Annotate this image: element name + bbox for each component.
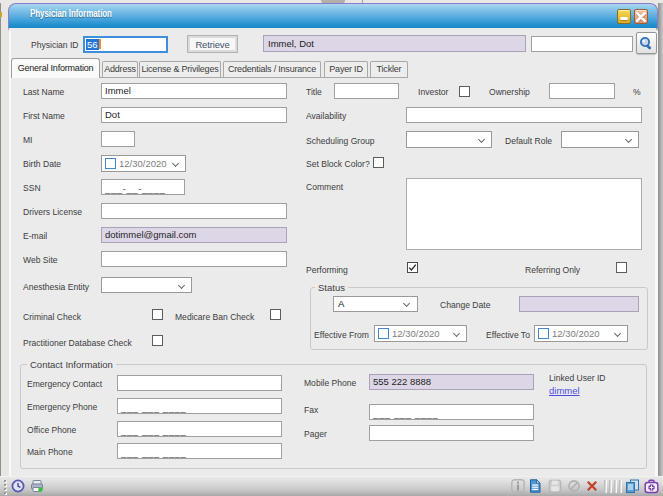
main-phone-input[interactable]: ___ ___ ____ — [117, 443, 282, 459]
linked-user-id-label: Linked User ID — [549, 372, 606, 383]
title-input[interactable] — [334, 83, 399, 99]
effective-to-picker[interactable]: 12/30/2020 — [534, 325, 628, 342]
chevron-down-icon — [625, 136, 632, 143]
performing-checkbox[interactable] — [407, 262, 418, 273]
mobile-phone-input[interactable]: 555 222 8888 — [369, 374, 534, 390]
tab-credentials-insurance[interactable]: Credentials / Insurance — [223, 61, 321, 77]
contact-information-group-label: Contact Information — [27, 359, 116, 370]
search-button[interactable] — [636, 32, 657, 54]
criminal-check-checkbox[interactable] — [152, 309, 163, 320]
save-button[interactable] — [548, 479, 562, 493]
mi-input[interactable] — [101, 131, 135, 147]
effective-to-checkbox[interactable] — [538, 328, 549, 339]
effective-to-label: Effective To — [486, 329, 530, 340]
toolbar-separator — [609, 480, 612, 493]
pager-input[interactable] — [369, 425, 534, 441]
availability-label: Availability — [306, 110, 346, 121]
criminal-check-label: Criminal Check — [23, 311, 81, 322]
tab-license-privileges[interactable]: License & Privileges — [139, 61, 221, 77]
delete-button[interactable] — [585, 479, 599, 493]
office-phone-label: Office Phone — [27, 424, 76, 435]
last-name-input[interactable]: Immel — [101, 83, 287, 99]
first-name-input[interactable]: Dot — [101, 107, 287, 123]
birth-date-value: 12/30/2020 — [119, 158, 167, 169]
delete-x-icon — [585, 479, 599, 493]
toolbar-grip — [4, 488, 6, 490]
search-input[interactable] — [531, 36, 633, 52]
physician-name-display: Immel, Dot — [263, 35, 526, 52]
birth-date-picker[interactable]: 12/30/2020 — [101, 155, 186, 172]
effective-to-value: 12/30/2020 — [552, 328, 600, 339]
physician-id-label: Physician ID — [31, 39, 79, 50]
office-phone-input[interactable]: ___ ___ ____ — [117, 421, 282, 437]
text-caret — [99, 39, 101, 49]
toolbar-separator — [619, 480, 622, 493]
close-icon — [636, 12, 646, 22]
investor-checkbox[interactable] — [459, 86, 470, 97]
history-button[interactable] — [11, 479, 25, 493]
practitioner-database-check-checkbox[interactable] — [152, 335, 163, 346]
tab-address[interactable]: Address — [102, 61, 138, 77]
ownership-input[interactable] — [549, 83, 615, 99]
emergency-phone-input[interactable]: ___ ___ ____ — [117, 398, 282, 414]
effective-from-checkbox[interactable] — [378, 328, 389, 339]
medicare-ban-check-checkbox[interactable] — [270, 309, 281, 320]
default-role-select[interactable] — [561, 131, 639, 148]
tab-general-information[interactable]: General Information — [11, 58, 100, 78]
minimize-icon — [620, 17, 628, 20]
last-name-label: Last Name — [23, 86, 64, 97]
parent-window-left-strip — [0, 3, 8, 476]
availability-input[interactable] — [406, 107, 642, 123]
web-site-input[interactable] — [101, 251, 287, 267]
physician-id-input[interactable]: 56 — [83, 36, 168, 53]
info-button[interactable] — [511, 479, 525, 493]
copy-pages-icon — [625, 479, 640, 494]
pager-label: Pager — [304, 428, 327, 439]
print-button[interactable] — [30, 479, 44, 493]
change-date-label: Change Date — [440, 299, 490, 310]
tab-payer-id[interactable]: Payer ID — [324, 61, 368, 77]
parent-window-right-strip — [658, 3, 663, 476]
prohibit-icon — [567, 479, 581, 493]
default-role-label: Default Role — [505, 135, 552, 146]
anesthesia-entity-label: Anesthesia Entity — [23, 281, 89, 292]
ownership-label: Ownership — [489, 86, 530, 97]
investor-label: Investor — [418, 86, 448, 97]
new-document-icon — [528, 479, 542, 493]
comment-textarea[interactable] — [406, 178, 642, 250]
tab-tickler[interactable]: Tickler — [370, 61, 408, 77]
parent-window-icon-sliver — [0, 12, 2, 17]
ssn-input[interactable]: ___-__-____ — [101, 179, 185, 195]
chevron-down-icon — [178, 282, 185, 289]
email-input[interactable]: dotimmel@gmail.com — [101, 227, 287, 243]
magnifier-icon — [639, 36, 654, 51]
medical-button[interactable] — [644, 479, 658, 493]
copy-button[interactable] — [625, 479, 639, 493]
linked-user-id-link[interactable]: dimmel — [549, 385, 580, 396]
emergency-contact-label: Emergency Contact — [27, 378, 102, 389]
drivers-license-input[interactable] — [101, 203, 287, 219]
scheduling-group-select[interactable] — [406, 131, 492, 148]
minimize-button[interactable] — [617, 9, 631, 24]
set-block-color-checkbox[interactable] — [373, 157, 384, 168]
anesthesia-entity-select[interactable] — [101, 277, 192, 293]
new-record-button[interactable] — [528, 479, 542, 493]
window-title: Physician Information — [30, 8, 112, 19]
referring-only-checkbox[interactable] — [616, 262, 627, 273]
fax-input[interactable]: ___ ___ ____ — [369, 404, 534, 420]
first-name-label: First Name — [23, 110, 65, 121]
close-button[interactable] — [634, 9, 648, 24]
medicare-ban-check-label: Medicare Ban Check — [175, 311, 254, 322]
comment-label: Comment — [306, 181, 343, 192]
fax-label: Fax — [304, 404, 318, 415]
main-phone-label: Main Phone — [27, 446, 73, 457]
emergency-phone-label: Emergency Phone — [27, 401, 97, 412]
cancel-button[interactable] — [567, 479, 581, 493]
chevron-down-icon — [478, 136, 485, 143]
clock-icon — [11, 479, 25, 493]
emergency-contact-input[interactable] — [117, 375, 282, 391]
retrieve-button[interactable]: Retrieve — [187, 35, 238, 53]
birth-date-checkbox[interactable] — [105, 158, 116, 169]
effective-from-picker[interactable]: 12/30/2020 — [374, 325, 467, 342]
toolbar-grip — [4, 492, 6, 494]
